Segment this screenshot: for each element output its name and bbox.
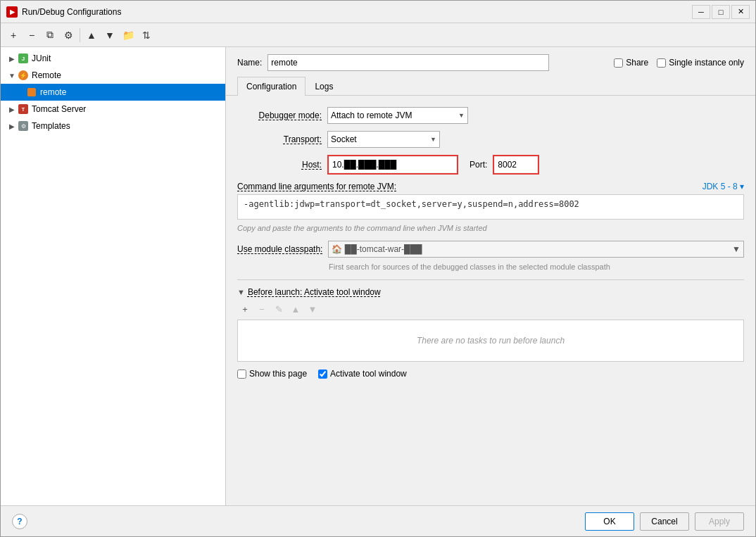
tab-logs[interactable]: Logs <box>305 77 342 96</box>
settings-button[interactable]: ⚙ <box>60 27 77 44</box>
bl-add-button[interactable]: + <box>237 301 253 317</box>
before-launch-header: ▼ Before launch: Activate tool window <box>237 287 744 297</box>
port-input-wrapper <box>493 155 539 175</box>
main-window: ▶ Run/Debug Configurations ─ □ ✕ + − ⧉ ⚙… <box>0 0 756 537</box>
debugger-mode-arrow: ▼ <box>458 112 465 119</box>
remote-config-icon <box>26 87 37 98</box>
toolbar-separator <box>80 28 80 42</box>
jdk-link[interactable]: JDK 5 - 8 ▾ <box>703 182 744 191</box>
tree-label-junit: JUnit <box>32 53 51 63</box>
before-launch-section: ▼ Before launch: Activate tool window + … <box>237 287 744 362</box>
before-launch-list: There are no tasks to run before launch <box>237 320 744 362</box>
share-label: Share <box>626 58 648 68</box>
tree-label-templates: Templates <box>32 121 70 131</box>
name-options: Share Single instance only <box>614 58 744 68</box>
single-instance-label: Single instance only <box>669 58 744 68</box>
share-checkbox[interactable] <box>614 58 623 68</box>
debugger-mode-label: Debugger mode: <box>237 110 322 120</box>
right-panel: Name: Share Single instance only Configu… <box>226 47 755 505</box>
single-instance-checkbox[interactable] <box>657 58 666 68</box>
host-label: Host: <box>237 160 322 170</box>
cmd-args-box: -agentlib:jdwp=transport=dt_socket,serve… <box>237 194 744 220</box>
cmd-args-hint: Copy and paste the arguments to the comm… <box>237 224 744 232</box>
name-label: Name: <box>237 58 262 68</box>
transport-label: Transport: <box>237 134 322 144</box>
tree-item-tomcat[interactable]: ▶ T Tomcat Server <box>1 101 225 118</box>
close-button[interactable]: ✕ <box>731 5 750 19</box>
move-up-button[interactable]: ▲ <box>83 27 100 44</box>
app-icon: ▶ <box>6 6 18 18</box>
tab-bar: Configuration Logs <box>226 77 755 96</box>
show-page-checkbox[interactable] <box>237 369 246 379</box>
remove-configuration-button[interactable]: − <box>23 27 40 44</box>
port-input[interactable] <box>495 157 537 172</box>
cancel-button[interactable]: Cancel <box>640 512 689 531</box>
bl-up-button[interactable]: ▲ <box>288 301 303 317</box>
before-launch-toolbar: + − ✎ ▲ ▼ <box>237 301 744 317</box>
show-page-option[interactable]: Show this page <box>237 369 307 379</box>
configuration-tree: ▶ J JUnit ▼ ⚡ Remote remote <box>1 47 226 505</box>
minimize-button[interactable]: ─ <box>692 5 710 19</box>
folder-button[interactable]: 📁 <box>120 27 137 44</box>
remote-icon: ⚡ <box>18 70 29 81</box>
bl-down-button[interactable]: ▼ <box>305 301 320 317</box>
apply-button[interactable]: Apply <box>695 512 744 531</box>
share-option[interactable]: Share <box>614 58 648 68</box>
cmd-args-value: -agentlib:jdwp=transport=dt_socket,serve… <box>244 199 579 209</box>
tree-label-remote: Remote <box>32 70 61 80</box>
show-page-label: Show this page <box>249 369 307 379</box>
templates-icon: ⚙ <box>18 120 29 132</box>
tree-label-tomcat: Tomcat Server <box>32 104 86 114</box>
cmd-args-header: Command line arguments for remote JVM: J… <box>237 182 744 191</box>
debugger-mode-value: Attach to remote JVM <box>331 110 412 120</box>
activate-window-checkbox[interactable] <box>318 369 327 379</box>
bl-edit-button[interactable]: ✎ <box>271 301 286 317</box>
tree-item-junit[interactable]: ▶ J JUnit <box>1 50 225 67</box>
expand-icon-tomcat: ▶ <box>6 103 18 115</box>
host-input-wrapper <box>327 155 458 175</box>
footer-buttons: OK Cancel Apply <box>585 512 744 531</box>
activate-window-option[interactable]: Activate tool window <box>318 369 407 379</box>
debugger-mode-row: Debugger mode: Attach to remote JVM ▼ <box>237 107 744 124</box>
before-launch-label: Before launch: Activate tool window <box>248 287 381 297</box>
tree-item-templates[interactable]: ▶ ⚙ Templates <box>1 118 225 134</box>
toolbar: + − ⧉ ⚙ ▲ ▼ 📁 ⇅ <box>1 23 755 47</box>
tomcat-icon: T <box>18 103 29 115</box>
tree-item-remote-config[interactable]: remote <box>1 84 225 101</box>
tab-configuration[interactable]: Configuration <box>237 77 305 96</box>
name-row: Name: Share Single instance only <box>226 47 755 77</box>
bl-remove-button[interactable]: − <box>254 301 270 317</box>
add-configuration-button[interactable]: + <box>5 27 22 44</box>
single-instance-option[interactable]: Single instance only <box>657 58 744 68</box>
debugger-mode-combo[interactable]: Attach to remote JVM ▼ <box>327 107 468 124</box>
port-label: Port: <box>470 160 487 170</box>
transport-arrow: ▼ <box>430 136 436 143</box>
footer: ? OK Cancel Apply <box>1 505 755 536</box>
copy-configuration-button[interactable]: ⧉ <box>42 27 58 44</box>
module-label: Use module classpath: <box>237 244 322 254</box>
triangle-icon: ▼ <box>237 288 245 296</box>
module-classpath-row: Use module classpath: 🏠 ██-tomcat-war-██… <box>237 241 744 258</box>
cmd-args-section: Command line arguments for remote JVM: J… <box>237 182 744 232</box>
name-input[interactable] <box>267 54 549 71</box>
module-arrow: ▼ <box>732 244 741 254</box>
transport-row: Transport: Socket ▼ <box>237 131 744 148</box>
tab-content: Debugger mode: Attach to remote JVM ▼ Tr… <box>226 96 755 505</box>
help-button[interactable]: ? <box>12 514 27 529</box>
tree-item-remote[interactable]: ▼ ⚡ Remote <box>1 67 225 84</box>
maximize-button[interactable]: □ <box>712 5 730 19</box>
transport-value: Socket <box>331 134 357 144</box>
section-divider <box>237 279 744 280</box>
module-combo[interactable]: 🏠 ██-tomcat-war-███ ▼ <box>328 241 744 258</box>
sort-button[interactable]: ⇅ <box>138 27 155 44</box>
window-controls: ─ □ ✕ <box>692 5 750 19</box>
cmd-args-label: Command line arguments for remote JVM: <box>237 182 396 191</box>
move-down-button[interactable]: ▼ <box>101 27 118 44</box>
expand-icon-templates: ▶ <box>6 120 18 132</box>
ok-button[interactable]: OK <box>585 512 634 531</box>
transport-combo[interactable]: Socket ▼ <box>327 131 440 148</box>
expand-icon-remote: ▼ <box>6 70 18 81</box>
content-area: ▶ J JUnit ▼ ⚡ Remote remote <box>1 47 755 505</box>
tree-label-remote-config: remote <box>40 87 66 97</box>
host-input[interactable] <box>329 157 456 172</box>
